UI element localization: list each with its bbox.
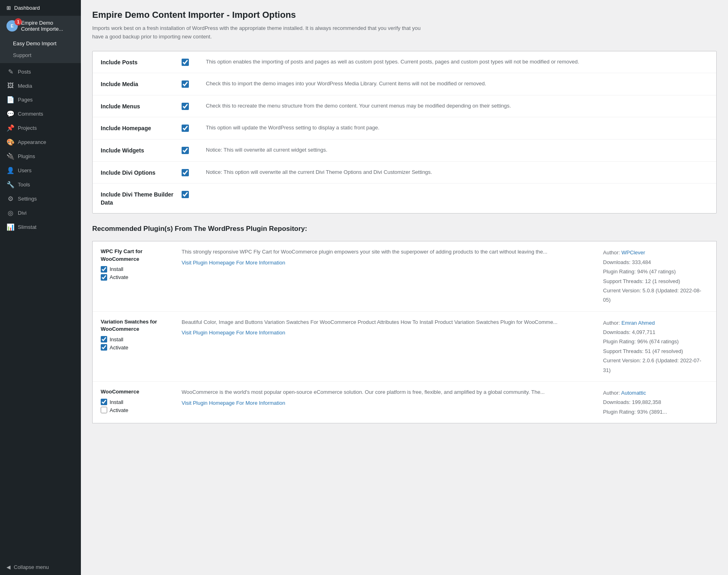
- plugin-activate-label: Activate: [110, 274, 128, 280]
- divi-icon: ◎: [6, 209, 15, 217]
- plugin-name-col: WooCommerceInstallActivate: [101, 388, 174, 413]
- comments-icon: 💬: [6, 110, 15, 118]
- plugin-desc-col: Beautiful Color, Image and Buttons Varia…: [182, 318, 595, 338]
- sidebar-item-divi-label: Divi: [18, 210, 27, 216]
- option-label: Include Widgets: [101, 146, 182, 155]
- sidebar-item-projects-label: Projects: [18, 125, 37, 131]
- option-desc: Check this to recreate the menu structur…: [206, 102, 708, 110]
- option-checkbox-input[interactable]: [182, 147, 189, 154]
- plugin-activate-checkbox[interactable]: [101, 274, 107, 281]
- plugin-install-checkbox[interactable]: [101, 336, 107, 342]
- media-icon: 🖼: [6, 82, 15, 89]
- sidebar-item-plugins[interactable]: 🔌 Plugins: [0, 149, 81, 163]
- settings-icon: ⚙: [6, 195, 15, 203]
- sidebar-item-slimstat-label: Slimstat: [18, 224, 36, 230]
- option-desc: This option enables the importing of pos…: [206, 58, 708, 66]
- sidebar-item-pages-label: Pages: [18, 97, 33, 103]
- plugin-meta-line: Plugin Rating: 96% (674 ratings): [603, 337, 708, 346]
- plugin-name: Variation Swatches for WooCommerce: [101, 318, 174, 333]
- sidebar-item-tools[interactable]: 🔧 Tools: [0, 178, 81, 192]
- plugin-activate-label: Activate: [110, 345, 128, 351]
- plugin-install-checkbox[interactable]: [101, 266, 107, 273]
- sidebar-item-easy-demo-import[interactable]: Easy Demo Import: [0, 38, 81, 49]
- plugin-meta-line: Plugin Rating: 93% (3891...: [603, 407, 708, 416]
- plugin-homepage-link[interactable]: Visit Plugin Homepage For More Informati…: [182, 260, 285, 266]
- option-label: Include Media: [101, 80, 182, 89]
- option-label: Include Homepage: [101, 124, 182, 133]
- sidebar-item-users[interactable]: 👤 Users: [0, 163, 81, 178]
- plugin-activate-checkbox[interactable]: [101, 407, 107, 413]
- plugin-row: WooCommerceInstallActivateWooCommerce is…: [93, 382, 716, 423]
- option-checkbox-input[interactable]: [182, 59, 189, 66]
- sidebar-item-divi[interactable]: ◎ Divi: [0, 206, 81, 220]
- sidebar-item-settings[interactable]: ⚙ Settings: [0, 192, 81, 206]
- plugin-meta-line: Downloads: 199,882,358: [603, 397, 708, 407]
- page-subtitle: Imports work best on a fresh installatio…: [92, 24, 424, 41]
- plugin-author-link[interactable]: Emran Ahmed: [622, 320, 655, 326]
- plugin-author-link[interactable]: Automattic: [621, 390, 646, 396]
- sidebar-item-comments[interactable]: 💬 Comments: [0, 107, 81, 121]
- option-row: Include MenusCheck this to recreate the …: [93, 95, 716, 118]
- import-options-table: Include PostsThis option enables the imp…: [92, 51, 717, 214]
- option-row: Include Divi Theme Builder Data: [93, 184, 716, 213]
- option-checkbox-input[interactable]: [182, 125, 189, 132]
- plugin-install-label: Install: [110, 266, 123, 272]
- plugin-action-item: Activate: [101, 407, 174, 413]
- sidebar-item-projects[interactable]: 📌 Projects: [0, 121, 81, 135]
- option-checkbox-input[interactable]: [182, 191, 189, 198]
- plugin-homepage-link[interactable]: Visit Plugin Homepage For More Informati…: [182, 330, 285, 336]
- option-checkbox-input[interactable]: [182, 103, 189, 110]
- plugin-desc-text: WooCommerce is the world's most popular …: [182, 388, 595, 397]
- sidebar-item-dashboard-label: Dashboard: [14, 5, 40, 11]
- plugin-install-checkbox[interactable]: [101, 399, 107, 405]
- plugin-install-label: Install: [110, 399, 123, 405]
- sidebar-item-support[interactable]: Support: [0, 49, 81, 61]
- plugin-meta-line: Support Threads: 51 (47 resolved): [603, 347, 708, 356]
- pages-icon: 📄: [6, 96, 15, 104]
- projects-icon: 📌: [6, 124, 15, 132]
- posts-icon: ✎: [6, 68, 15, 76]
- option-checkbox-wrap: [182, 146, 206, 154]
- sidebar-item-settings-label: Settings: [18, 196, 37, 202]
- tools-icon: 🔧: [6, 181, 15, 188]
- option-checkbox-wrap: [182, 80, 206, 88]
- plugin-actions: InstallActivate: [101, 336, 174, 351]
- plugin-row: WPC Fly Cart for WooCommerceInstallActiv…: [93, 241, 716, 311]
- option-checkbox-wrap: [182, 58, 206, 66]
- collapse-menu-button[interactable]: ◀ Collapse menu: [0, 559, 81, 575]
- option-checkbox-wrap: [182, 124, 206, 132]
- option-checkbox-input[interactable]: [182, 80, 189, 88]
- plugin-actions: InstallActivate: [101, 399, 174, 413]
- option-desc: Notice: This option will overwrite all t…: [206, 168, 708, 177]
- plugin-row: Variation Swatches for WooCommerceInstal…: [93, 312, 716, 382]
- sidebar-item-comments-label: Comments: [18, 111, 43, 117]
- sidebar-item-media-label: Media: [18, 83, 32, 89]
- plugin-action-item: Install: [101, 336, 174, 342]
- plugin-actions: InstallActivate: [101, 266, 174, 281]
- sidebar-item-media[interactable]: 🖼 Media: [0, 79, 81, 93]
- option-checkbox-input[interactable]: [182, 169, 189, 176]
- plugins-section: Recommended Plugin(s) From The WordPress…: [92, 225, 717, 423]
- option-label: Include Divi Options: [101, 168, 182, 177]
- sidebar-item-users-label: Users: [18, 167, 32, 173]
- sidebar: ⊞ Dashboard E 1 Empire DemoContent Impor…: [0, 0, 81, 575]
- option-checkbox-wrap: [182, 190, 206, 198]
- sidebar-nav: ✎ Posts 🖼 Media 📄 Pages 💬 Comments 📌 Pro…: [0, 63, 81, 236]
- plugin-action-item: Install: [101, 266, 174, 273]
- plugin-homepage-link[interactable]: Visit Plugin Homepage For More Informati…: [182, 400, 285, 406]
- plugin-author-link[interactable]: WPClever: [622, 249, 645, 256]
- sidebar-item-pages[interactable]: 📄 Pages: [0, 93, 81, 107]
- plugins-icon: 🔌: [6, 152, 15, 160]
- sidebar-item-posts[interactable]: ✎ Posts: [0, 65, 81, 79]
- plugin-activate-checkbox[interactable]: [101, 344, 107, 351]
- sidebar-item-slimstat[interactable]: 📊 Slimstat: [0, 220, 81, 234]
- option-desc: This option will update the WordPress se…: [206, 124, 708, 132]
- option-checkbox-wrap: [182, 102, 206, 110]
- notification-badge: 1: [15, 18, 22, 25]
- sidebar-item-appearance[interactable]: 🎨 Appearance: [0, 135, 81, 149]
- sidebar-item-posts-label: Posts: [18, 69, 31, 75]
- sidebar-item-dashboard[interactable]: ⊞ Dashboard: [0, 0, 81, 16]
- sidebar-item-empire[interactable]: E 1 Empire DemoContent Importe...: [0, 16, 81, 36]
- plugin-meta-line: Plugin Rating: 94% (47 ratings): [603, 267, 708, 276]
- plugin-activate-label: Activate: [110, 407, 128, 413]
